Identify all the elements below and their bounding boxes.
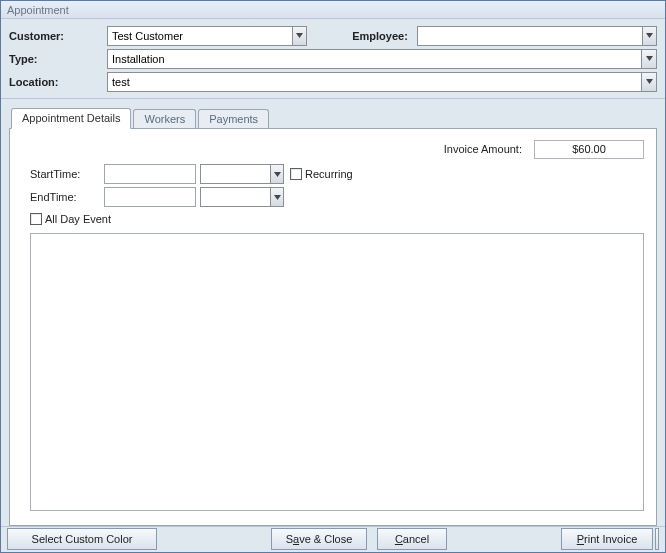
start-time-combo[interactable] [200,164,284,184]
employee-combo[interactable] [417,26,657,46]
customer-drop-icon[interactable] [292,27,306,45]
button-bar: Select Custom Color Save & Close Cancel … [1,526,665,552]
svg-marker-5 [274,195,281,200]
end-date-input[interactable] [104,187,196,207]
employee-label: Employee: [347,30,417,42]
right-edge-stub [655,528,659,550]
all-day-checkbox[interactable] [30,213,42,225]
location-combo[interactable] [107,72,657,92]
end-time-combo[interactable] [200,187,284,207]
tab-payments[interactable]: Payments [198,109,269,129]
type-drop-icon[interactable] [641,50,656,68]
all-day-label: All Day Event [45,213,111,225]
customer-label: Customer: [9,30,107,42]
svg-marker-2 [646,56,653,61]
tabstrip: Appointment Details Workers Payments [11,107,657,128]
invoice-amount-label: Invoice Amount: [444,143,526,155]
location-label: Location: [9,76,107,88]
svg-marker-3 [646,79,653,84]
invoice-amount-value[interactable]: $60.00 [534,140,644,159]
end-time-drop-icon[interactable] [270,188,283,206]
start-date-input[interactable] [104,164,196,184]
titlebar: Appointment [1,1,665,19]
window-title: Appointment [7,4,69,16]
svg-marker-1 [646,33,653,38]
header-panel: Customer: Employee: Type: [1,19,665,99]
details-tab-body: Invoice Amount: $60.00 StartTime: Recurr… [9,128,657,526]
end-time-input[interactable] [201,188,270,206]
select-custom-color-label: Select Custom Color [32,533,133,545]
svg-marker-4 [274,172,281,177]
recurring-label: Recurring [305,168,353,180]
location-input[interactable] [108,73,641,91]
start-time-label: StartTime: [30,168,104,180]
customer-combo[interactable] [107,26,307,46]
start-time-input[interactable] [201,165,270,183]
end-time-label: EndTime: [30,191,104,203]
type-input[interactable] [108,50,641,68]
customer-input[interactable] [108,27,292,45]
start-time-drop-icon[interactable] [270,165,283,183]
tab-workers[interactable]: Workers [133,109,196,129]
type-combo[interactable] [107,49,657,69]
tab-appointment-details[interactable]: Appointment Details [11,108,131,129]
print-invoice-button[interactable]: Print Invoice [561,528,653,550]
location-drop-icon[interactable] [641,73,656,91]
employee-input[interactable] [418,27,642,45]
svg-marker-0 [296,33,303,38]
appointment-window: Appointment Customer: Employee: Type: [0,0,666,553]
tab-area: Appointment Details Workers Payments Inv… [1,99,665,526]
type-label: Type: [9,53,107,65]
notes-textarea[interactable] [30,233,644,511]
recurring-checkbox[interactable] [290,168,302,180]
employee-drop-icon[interactable] [642,27,656,45]
cancel-button[interactable]: Cancel [377,528,447,550]
save-close-button[interactable]: Save & Close [271,528,367,550]
select-custom-color-button[interactable]: Select Custom Color [7,528,157,550]
